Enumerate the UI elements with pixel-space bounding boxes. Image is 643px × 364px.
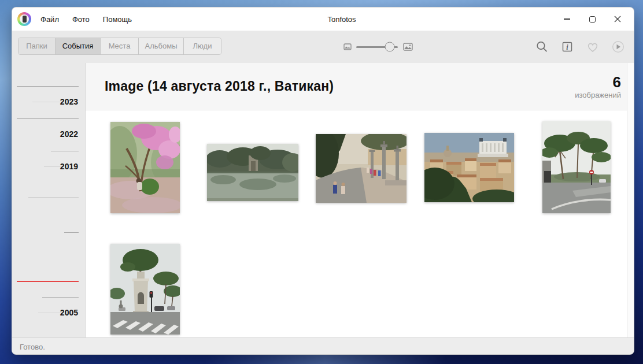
thumbnail-small-icon bbox=[343, 43, 352, 50]
photo-thumbnail[interactable] bbox=[542, 121, 611, 213]
image-count: 6 изображений bbox=[575, 73, 621, 99]
timeline-current-marker bbox=[17, 281, 79, 282]
tab-people[interactable]: Люди bbox=[184, 38, 221, 54]
photo-thumbnail[interactable] bbox=[110, 244, 180, 335]
timeline-tick bbox=[28, 198, 79, 198]
info-icon: i bbox=[561, 40, 574, 53]
timeline-tick bbox=[17, 86, 79, 87]
photo-thumbnail[interactable] bbox=[110, 122, 180, 213]
favorites-heart-icon bbox=[586, 40, 600, 53]
window-controls bbox=[554, 8, 630, 31]
tab-albums[interactable]: Альбомы bbox=[139, 38, 184, 54]
menu-bar: Файл Фото Помощь bbox=[36, 8, 136, 31]
maximize-icon bbox=[589, 16, 596, 23]
slideshow-button[interactable] bbox=[609, 38, 627, 56]
app-logo-icon bbox=[17, 12, 31, 26]
menu-photo[interactable]: Фото bbox=[68, 13, 94, 26]
menu-file[interactable]: Файл bbox=[36, 13, 63, 26]
timeline-tick bbox=[42, 297, 79, 298]
menu-help[interactable]: Помощь bbox=[99, 13, 136, 26]
status-bar: Готово. bbox=[12, 337, 634, 355]
main-content: Image (14 августа 2018 г., Ватикан) 6 из… bbox=[86, 63, 634, 337]
event-title: Image (14 августа 2018 г., Ватикан) bbox=[105, 79, 334, 94]
timeline-sidebar[interactable]: 2023 2022 2019 2005 bbox=[12, 63, 86, 337]
minimize-icon bbox=[564, 18, 570, 20]
timeline-tick bbox=[64, 232, 79, 233]
tab-places[interactable]: Места bbox=[101, 38, 139, 54]
tab-events[interactable]: События bbox=[56, 38, 101, 54]
timeline-year-2019[interactable]: 2019 bbox=[60, 162, 78, 171]
thumbnail-large-icon bbox=[403, 43, 413, 51]
timeline-tick bbox=[17, 118, 79, 119]
thumbnail-zoom-control bbox=[343, 31, 413, 63]
timeline-year-2022[interactable]: 2022 bbox=[60, 129, 78, 139]
info-button[interactable]: i bbox=[558, 38, 576, 56]
toolbar-actions: i bbox=[533, 31, 627, 63]
titlebar: Файл Фото Помощь Tonfotos bbox=[12, 8, 634, 31]
search-icon bbox=[535, 40, 548, 53]
photo-thumbnail[interactable] bbox=[424, 133, 514, 202]
tab-folders[interactable]: Папки bbox=[19, 38, 56, 54]
zoom-slider-thumb[interactable] bbox=[385, 42, 394, 52]
photo-thumbnail[interactable] bbox=[207, 144, 298, 201]
maximize-button[interactable] bbox=[579, 8, 605, 31]
view-tabs: Папки События Места Альбомы Люди bbox=[18, 38, 221, 55]
close-button[interactable] bbox=[605, 8, 630, 31]
photo-grid bbox=[86, 110, 627, 337]
zoom-slider[interactable] bbox=[356, 42, 398, 52]
svg-text:i: i bbox=[566, 43, 568, 51]
timeline-tick bbox=[51, 151, 79, 151]
timeline-year-2005[interactable]: 2005 bbox=[60, 308, 78, 317]
window-title: Tonfotos bbox=[327, 8, 356, 31]
timeline-tick bbox=[38, 313, 61, 313]
app-window: Файл Фото Помощь Tonfotos Папки События … bbox=[12, 7, 634, 355]
app-body: 2023 2022 2019 2005 Image (14 августа 20… bbox=[12, 63, 634, 337]
favorites-button[interactable] bbox=[583, 38, 601, 56]
timeline-tick bbox=[32, 102, 61, 102]
scrollbar[interactable] bbox=[627, 63, 634, 337]
photo-thumbnail[interactable] bbox=[316, 134, 407, 203]
search-button[interactable] bbox=[533, 38, 550, 56]
close-icon bbox=[614, 15, 622, 23]
slideshow-play-icon bbox=[611, 40, 625, 54]
image-count-number: 6 bbox=[575, 75, 621, 90]
status-text: Готово. bbox=[20, 343, 45, 351]
event-header: Image (14 августа 2018 г., Ватикан) 6 из… bbox=[86, 63, 627, 110]
image-count-label: изображений bbox=[575, 91, 621, 99]
minimize-button[interactable] bbox=[554, 8, 579, 31]
toolbar: Папки События Места Альбомы Люди bbox=[12, 31, 634, 63]
timeline-year-2023[interactable]: 2023 bbox=[60, 97, 78, 106]
